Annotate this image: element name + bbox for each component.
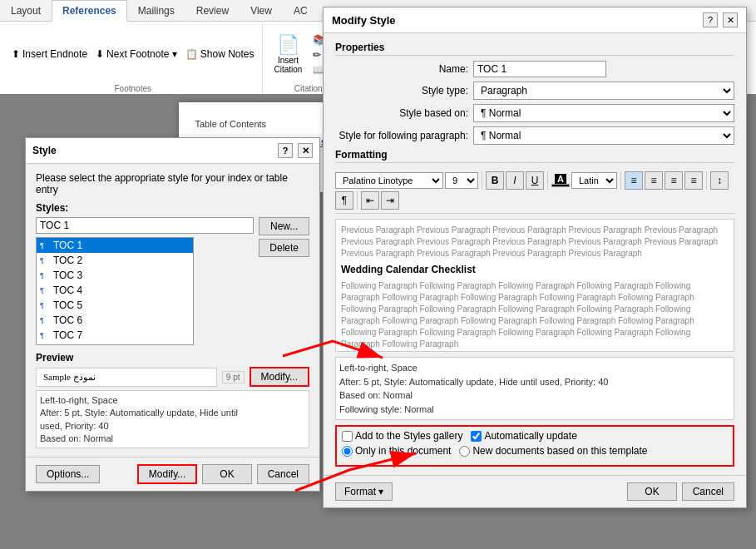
- styles-list-label: Styles:: [36, 202, 68, 214]
- style-item-toc2-label: TOC 2: [53, 255, 82, 266]
- tab-layout[interactable]: Layout: [0, 0, 52, 22]
- styles-list-section: ¶ TOC 1 ¶ TOC 2 ¶ TOC 3 ¶ TOC 4: [36, 217, 254, 345]
- style-item-toc1[interactable]: ¶ TOC 1: [37, 238, 193, 253]
- tab-review[interactable]: Review: [185, 0, 240, 22]
- tab-references[interactable]: References: [52, 0, 127, 22]
- name-value-container: [473, 61, 734, 77]
- tab-view[interactable]: View: [240, 0, 283, 22]
- style-item-toc7[interactable]: ¶ TOC 7: [37, 328, 193, 343]
- only-doc-radio-label[interactable]: Only in this document: [342, 445, 451, 457]
- notes-icon: 📋: [185, 48, 198, 60]
- insert-citation-btn[interactable]: 📄 InsertCitation: [269, 32, 306, 77]
- delete-style-btn[interactable]: Delete: [259, 239, 309, 257]
- modify-btn-in-preview[interactable]: Modify...: [250, 367, 309, 387]
- modify-preview-doc: Previous Paragraph Previous Paragraph Pr…: [335, 219, 734, 352]
- fmt-sep-3: [620, 171, 621, 190]
- bold-btn[interactable]: B: [486, 171, 504, 190]
- style-item-toc1-label: TOC 1: [53, 240, 82, 251]
- new-docs-radio[interactable]: [459, 446, 470, 457]
- align-right-btn[interactable]: ≡: [665, 171, 683, 190]
- name-row: Name:: [335, 61, 734, 77]
- style-item-toc3-label: TOC 3: [53, 270, 82, 281]
- style-description: Please select the appropriate style for …: [36, 172, 309, 195]
- fmt-sep-4: [706, 171, 707, 190]
- style-cancel-btn[interactable]: Cancel: [257, 464, 309, 484]
- style-type-select[interactable]: Paragraph: [473, 82, 734, 100]
- next-footnote-btn[interactable]: ⬇ Next Footnote ▾: [92, 47, 180, 61]
- formatting-toolbar: Palatino Linotype 9 B I U A Latin ≡ ≡ ≡ …: [335, 168, 734, 214]
- color-control: A: [551, 174, 570, 187]
- modify-close-btn[interactable]: ✕: [723, 12, 738, 27]
- style-help-btn[interactable]: ?: [278, 143, 293, 158]
- underline-btn[interactable]: U: [526, 171, 544, 190]
- style-based-value-container: ¶ Normal: [473, 104, 734, 122]
- style-dialog-titlebar: Style ? ✕: [26, 138, 319, 164]
- style-dialog: Style ? ✕ Please select the appropriate …: [25, 137, 320, 492]
- new-docs-radio-label[interactable]: New documents based on this template: [459, 445, 647, 457]
- preview-size: 9 pt: [222, 371, 245, 383]
- para-spacing-btn[interactable]: ¶: [335, 191, 353, 210]
- style-item-toc4[interactable]: ¶ TOC 4: [37, 283, 193, 298]
- tab-ac[interactable]: AC: [283, 0, 319, 22]
- style-type-value-container: Paragraph: [473, 82, 734, 100]
- modify-ok-btn[interactable]: OK: [627, 482, 676, 501]
- next-footnote-label: Next Footnote ▾: [106, 48, 177, 60]
- style-type-row: Style type: Paragraph: [335, 82, 734, 100]
- script-select[interactable]: Latin: [571, 172, 617, 189]
- add-gallery-checkbox-label[interactable]: Add to the Styles gallery: [342, 430, 462, 442]
- indent-decrease-btn[interactable]: ⇤: [361, 191, 379, 210]
- font-name-select[interactable]: Palatino Linotype: [335, 172, 443, 189]
- format-btn[interactable]: Format ▾: [335, 482, 393, 501]
- toc5-icon: ¶: [40, 301, 50, 309]
- fmt-sep-1: [482, 171, 482, 190]
- modify-titlebar-buttons: ? ✕: [703, 12, 738, 27]
- insert-citation-label: InsertCitation: [274, 56, 302, 74]
- modify-titlebar: Modify Style ? ✕: [324, 7, 746, 33]
- align-left-btn[interactable]: ≡: [625, 171, 643, 190]
- modify-title: Modify Style: [332, 14, 396, 27]
- options-btn[interactable]: Options...: [36, 465, 100, 483]
- only-doc-radio[interactable]: [342, 446, 353, 457]
- indent-increase-btn[interactable]: ⇥: [381, 191, 399, 210]
- modify-help-btn[interactable]: ?: [703, 12, 718, 27]
- preview-section: Preview نموذج Sample 9 pt Modify... Left…: [36, 352, 309, 448]
- style-item-toc3[interactable]: ¶ TOC 3: [37, 268, 193, 283]
- modify-btn-footer[interactable]: Modify...: [137, 464, 197, 484]
- style-following-select[interactable]: ¶ Normal: [473, 126, 734, 145]
- preview-label: Preview: [36, 352, 309, 364]
- style-item-toc6[interactable]: ¶ TOC 6: [37, 313, 193, 328]
- show-notes-btn[interactable]: 📋 Show Notes: [182, 47, 258, 61]
- add-gallery-checkbox[interactable]: [342, 431, 353, 442]
- preview-desc: Left-to-right, SpaceAfter: 5 pt, Style: …: [36, 390, 309, 448]
- modify-footer: Format ▾ OK Cancel: [324, 475, 746, 507]
- options-section: Add to the Styles gallery Automatically …: [335, 425, 734, 467]
- align-justify-btn[interactable]: ≡: [684, 171, 703, 190]
- style-titlebar-buttons: ? ✕: [278, 143, 313, 158]
- line-spacing-btn[interactable]: ↕: [710, 171, 729, 190]
- style-following-row: Style for following paragraph: ¶ Normal: [335, 126, 734, 145]
- style-name-input[interactable]: [36, 217, 254, 234]
- styles-listbox[interactable]: ¶ TOC 1 ¶ TOC 2 ¶ TOC 3 ¶ TOC 4: [36, 237, 194, 345]
- toc3-icon: ¶: [40, 271, 50, 279]
- style-ok-btn[interactable]: OK: [202, 464, 251, 484]
- style-item-toc8[interactable]: ¶ TOC 8: [37, 343, 193, 345]
- name-input[interactable]: [473, 61, 606, 77]
- style-item-toc5[interactable]: ¶ TOC 5: [37, 298, 193, 313]
- style-item-toc6-label: TOC 6: [53, 314, 82, 326]
- auto-update-checkbox-label[interactable]: Automatically update: [471, 430, 576, 442]
- toc1-icon: ¶: [40, 241, 50, 250]
- tab-mailings[interactable]: Mailings: [127, 0, 185, 22]
- new-style-btn[interactable]: New...: [259, 217, 309, 235]
- fmt-sep-5: [357, 191, 358, 210]
- insert-endnote-btn[interactable]: ⬆ Insert Endnote: [8, 47, 91, 61]
- style-based-select[interactable]: ¶ Normal: [473, 104, 734, 122]
- auto-update-checkbox[interactable]: [471, 431, 482, 442]
- italic-btn[interactable]: I: [506, 171, 524, 190]
- fmt-sep-2: [547, 171, 548, 190]
- align-center-btn[interactable]: ≡: [645, 171, 663, 190]
- modify-cancel-btn[interactable]: Cancel: [682, 482, 734, 501]
- font-size-select[interactable]: 9: [445, 172, 478, 189]
- style-close-btn[interactable]: ✕: [298, 143, 313, 158]
- style-item-toc2[interactable]: ¶ TOC 2: [37, 253, 193, 268]
- formatting-section-title: Formatting: [335, 149, 734, 163]
